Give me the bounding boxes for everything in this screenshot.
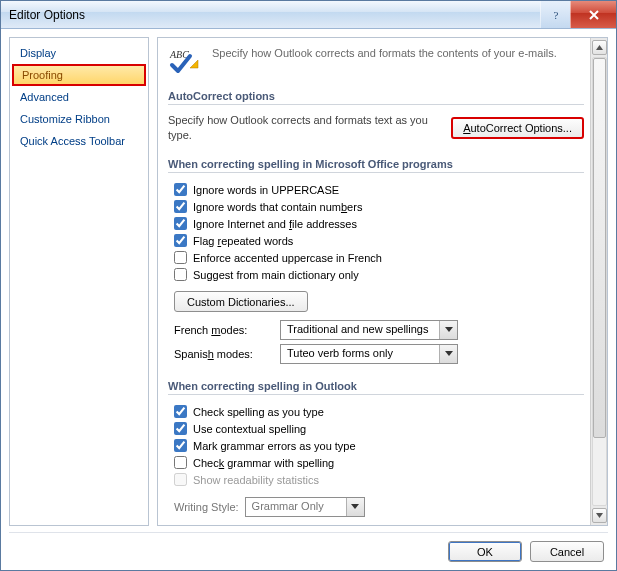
- titlebar-buttons: ?: [540, 1, 616, 28]
- french-modes-label: French modes:: [174, 324, 274, 336]
- opt-contextual-spelling[interactable]: Use contextual spelling: [174, 420, 584, 437]
- checkbox[interactable]: [174, 405, 187, 418]
- checkbox-label: Mark grammar errors as you type: [193, 440, 356, 452]
- writing-style-combo[interactable]: Grammar Only: [245, 497, 365, 517]
- help-button[interactable]: ?: [540, 1, 570, 28]
- main-area: Display Proofing Advanced Customize Ribb…: [9, 37, 608, 526]
- checkbox-label: Ignore words that contain numbers: [193, 201, 362, 213]
- opt-check-as-you-type[interactable]: Check spelling as you type: [174, 403, 584, 420]
- checkbox[interactable]: [174, 456, 187, 469]
- scroll-thumb[interactable]: [593, 58, 606, 438]
- checkbox-label: Ignore words in UPPERCASE: [193, 184, 339, 196]
- ok-button[interactable]: OK: [448, 541, 522, 562]
- checkbox[interactable]: [174, 234, 187, 247]
- opt-check-grammar-spelling[interactable]: Check grammar with spelling: [174, 454, 584, 471]
- checkbox-label: Suggest from main dictionary only: [193, 269, 359, 281]
- intro-text: Specify how Outlook corrects and formats…: [212, 46, 557, 76]
- spanish-modes-combo[interactable]: Tuteo verb forms only: [280, 344, 458, 364]
- french-modes-row: French modes: Traditional and new spelli…: [174, 320, 584, 340]
- opt-ignore-internet[interactable]: Ignore Internet and file addresses: [174, 215, 584, 232]
- writing-style-row: Writing Style: Grammar Only Settings...: [174, 496, 584, 517]
- checkbox[interactable]: [174, 268, 187, 281]
- chevron-down-icon[interactable]: [346, 498, 364, 516]
- checkbox-label: Enforce accented uppercase in French: [193, 252, 382, 264]
- writing-style-label: Writing Style:: [174, 501, 239, 513]
- autocorrect-options-button[interactable]: AutoCorrect Options...: [451, 117, 584, 139]
- checkbox[interactable]: [174, 251, 187, 264]
- checkbox[interactable]: [174, 439, 187, 452]
- opt-ignore-uppercase[interactable]: Ignore words in UPPERCASE: [174, 181, 584, 198]
- combo-value: Tuteo verb forms only: [281, 345, 439, 363]
- opt-ignore-numbers[interactable]: Ignore words that contain numbers: [174, 198, 584, 215]
- category-list: Display Proofing Advanced Customize Ribb…: [9, 37, 149, 526]
- checkbox-label: Ignore Internet and file addresses: [193, 218, 357, 230]
- checkbox: [174, 473, 187, 486]
- checkbox-label: Use contextual spelling: [193, 423, 306, 435]
- nav-proofing[interactable]: Proofing: [12, 64, 146, 86]
- section-office-heading: When correcting spelling in Microsoft Of…: [168, 152, 584, 173]
- checkbox[interactable]: [174, 183, 187, 196]
- cancel-button[interactable]: Cancel: [530, 541, 604, 562]
- intro-row: ABC Specify how Outlook corrects and for…: [168, 46, 584, 76]
- opt-readability-stats: Show readability statistics: [174, 471, 584, 488]
- content-scroll: ABC Specify how Outlook corrects and for…: [158, 38, 590, 525]
- content-panel: ABC Specify how Outlook corrects and for…: [157, 37, 608, 526]
- checkbox-label: Check grammar with spelling: [193, 457, 334, 469]
- office-options: Ignore words in UPPERCASE Ignore words t…: [174, 181, 584, 283]
- checkbox[interactable]: [174, 200, 187, 213]
- combo-value: Traditional and new spellings: [281, 321, 439, 339]
- nav-display[interactable]: Display: [10, 42, 148, 64]
- checkbox-label: Check spelling as you type: [193, 406, 324, 418]
- scroll-down-button[interactable]: [592, 508, 607, 523]
- editor-options-window: Editor Options ? Display Proofing Advanc…: [0, 0, 617, 571]
- spanish-modes-label: Spanish modes:: [174, 348, 274, 360]
- checkbox-label: Show readability statistics: [193, 474, 319, 486]
- outlook-options: Check spelling as you type Use contextua…: [174, 403, 584, 488]
- svg-text:?: ?: [553, 9, 558, 21]
- chevron-down-icon[interactable]: [439, 345, 457, 363]
- window-title: Editor Options: [9, 8, 85, 22]
- nav-customize-ribbon[interactable]: Customize Ribbon: [10, 108, 148, 130]
- vertical-scrollbar[interactable]: [590, 38, 607, 525]
- section-outlook-heading: When correcting spelling in Outlook: [168, 374, 584, 395]
- opt-mark-grammar[interactable]: Mark grammar errors as you type: [174, 437, 584, 454]
- client-area: Display Proofing Advanced Customize Ribb…: [1, 29, 616, 570]
- combo-value: Grammar Only: [246, 498, 346, 516]
- spanish-modes-row: Spanish modes: Tuteo verb forms only: [174, 344, 584, 364]
- spellcheck-icon: ABC: [168, 46, 202, 76]
- opt-flag-repeated[interactable]: Flag repeated words: [174, 232, 584, 249]
- autocorrect-row: Specify how Outlook corrects and formats…: [168, 113, 584, 142]
- opt-enforce-accented[interactable]: Enforce accented uppercase in French: [174, 249, 584, 266]
- section-autocorrect-heading: AutoCorrect options: [168, 84, 584, 105]
- custom-dictionaries-button[interactable]: Custom Dictionaries...: [174, 291, 308, 312]
- french-modes-combo[interactable]: Traditional and new spellings: [280, 320, 458, 340]
- checkbox[interactable]: [174, 217, 187, 230]
- autocorrect-desc: Specify how Outlook corrects and formats…: [168, 113, 441, 142]
- chevron-down-icon[interactable]: [439, 321, 457, 339]
- nav-advanced[interactable]: Advanced: [10, 86, 148, 108]
- close-button[interactable]: [570, 1, 616, 28]
- dialog-buttons: OK Cancel: [9, 532, 608, 564]
- scroll-track[interactable]: [592, 57, 607, 506]
- scroll-up-button[interactable]: [592, 40, 607, 55]
- titlebar[interactable]: Editor Options ?: [1, 1, 616, 29]
- nav-quick-access-toolbar[interactable]: Quick Access Toolbar: [10, 130, 148, 152]
- opt-suggest-main-dict[interactable]: Suggest from main dictionary only: [174, 266, 584, 283]
- checkbox[interactable]: [174, 422, 187, 435]
- checkbox-label: Flag repeated words: [193, 235, 293, 247]
